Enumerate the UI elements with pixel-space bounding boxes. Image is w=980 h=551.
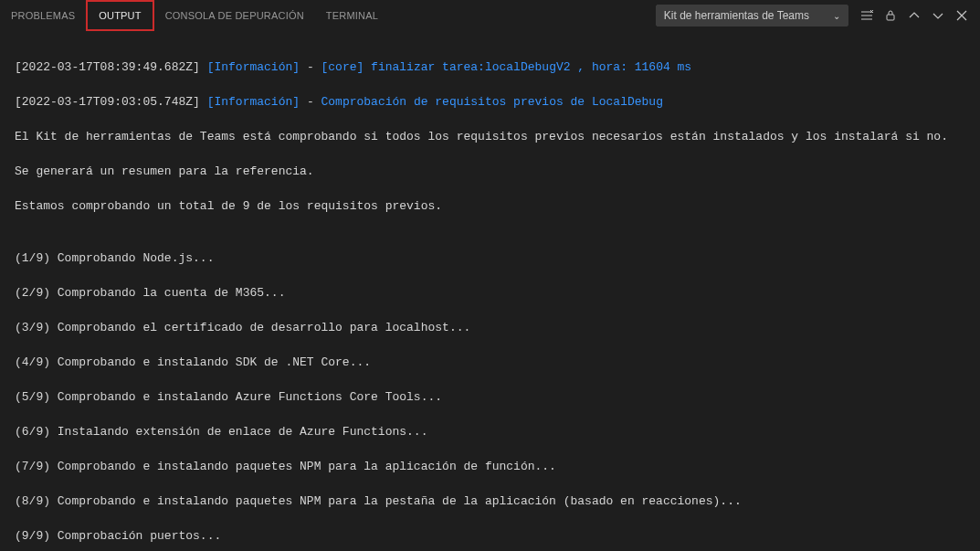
- log-message: Comprobación de requisitos previos de Lo…: [321, 95, 662, 109]
- svg-rect-0: [887, 15, 894, 20]
- close-panel-icon[interactable]: [951, 5, 973, 26]
- tab-problems[interactable]: PROBLEMAS: [0, 0, 86, 31]
- log-line: (5/9) Comprobando e instalando Azure Fun…: [15, 388, 965, 406]
- separator: -: [300, 95, 321, 109]
- chevron-down-icon[interactable]: [927, 5, 949, 26]
- log-line: (1/9) Comprobando Node.js...: [15, 249, 965, 267]
- log-line: Estamos comprobando un total de 9 de los…: [15, 197, 965, 215]
- log-level: [Información]: [207, 60, 300, 74]
- log-message: finalizar tarea:localDebugV2 , hora: 116…: [364, 60, 691, 74]
- log-line: (2/9) Comprobando la cuenta de M365...: [15, 284, 965, 302]
- log-line: (6/9) Instalando extensión de enlace de …: [15, 423, 965, 440]
- log-line: (7/9) Comprobando e instalando paquetes …: [15, 458, 965, 475]
- log-line: Se generará un resumen para la referenci…: [15, 163, 965, 180]
- dropdown-label: Kit de herramientas de Teams: [664, 9, 809, 22]
- log-line: (3/9) Comprobando el certificado de desa…: [15, 319, 965, 336]
- timestamp: [2022-03-17T08:39:49.682Z]: [15, 60, 200, 74]
- tab-output[interactable]: OUTPUT: [86, 0, 153, 31]
- separator: -: [300, 60, 321, 74]
- chevron-up-icon[interactable]: [903, 5, 925, 26]
- lock-scroll-icon[interactable]: [880, 5, 901, 26]
- panel-tabs: PROBLEMAS OUTPUT CONSOLA DE DEPURACIÓN T…: [0, 0, 389, 31]
- log-source: [core]: [321, 60, 364, 74]
- clear-output-icon[interactable]: [856, 5, 878, 26]
- log-line: El Kit de herramientas de Teams está com…: [15, 128, 965, 145]
- chevron-down-icon: ⌄: [833, 11, 840, 21]
- tab-debug-console[interactable]: CONSOLA DE DEPURACIÓN: [154, 0, 315, 31]
- panel-header: PROBLEMAS OUTPUT CONSOLA DE DEPURACIÓN T…: [0, 0, 980, 32]
- log-line: [2022-03-17T09:03:05.748Z] [Información]…: [15, 93, 965, 111]
- log-line: (8/9) Comprobando e instalando paquetes …: [15, 493, 965, 510]
- timestamp: [2022-03-17T09:03:05.748Z]: [15, 95, 200, 109]
- log-line: (9/9) Comprobación puertos...: [15, 527, 965, 545]
- output-log: [2022-03-17T08:39:49.682Z] [Información]…: [0, 32, 980, 551]
- log-line: [2022-03-17T08:39:49.682Z] [Información]…: [15, 58, 965, 76]
- log-line: (4/9) Comprobando e instalando SDK de .N…: [15, 354, 965, 371]
- tab-terminal[interactable]: TERMINAL: [315, 0, 389, 31]
- log-level: [Información]: [207, 95, 300, 109]
- output-channel-dropdown[interactable]: Kit de herramientas de Teams ⌄: [656, 5, 848, 26]
